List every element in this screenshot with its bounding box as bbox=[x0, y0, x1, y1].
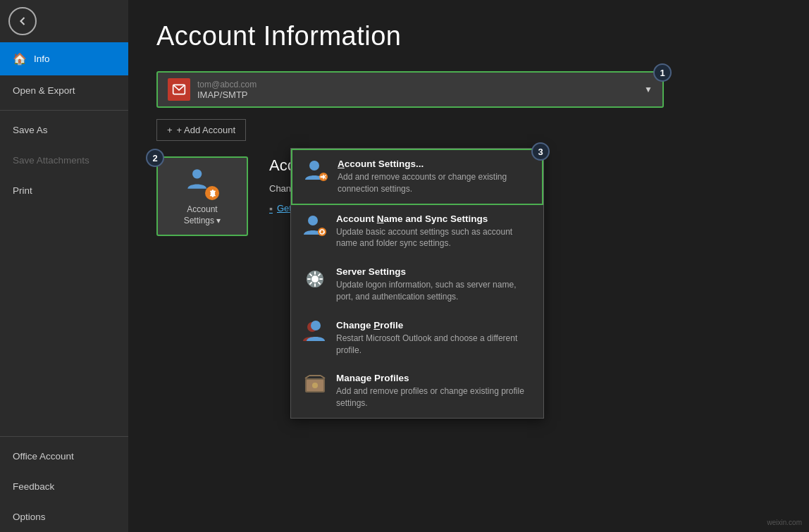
svg-line-13 bbox=[305, 376, 309, 378]
svg-point-6 bbox=[318, 228, 326, 236]
gear-settings-icon bbox=[302, 266, 328, 292]
divider-2 bbox=[0, 436, 128, 437]
account-details: tom@abcd.com IMAP/SMTP bbox=[197, 80, 257, 100]
account-type-icon bbox=[168, 78, 190, 101]
account-settings-dropdown: Account Settings... Add and remove accou… bbox=[290, 148, 544, 419]
account-settings-icon bbox=[185, 166, 219, 200]
sidebar-item-info[interactable]: 🏠 Info bbox=[0, 42, 128, 75]
badge-2: 2 bbox=[146, 149, 164, 167]
sidebar-item-open-export[interactable]: Open & Export bbox=[0, 75, 128, 106]
menu-desc-1: Add and remove accounts or change existi… bbox=[338, 171, 531, 195]
account-email: tom@abcd.com bbox=[197, 80, 257, 89]
person-gear-menu-icon bbox=[304, 159, 329, 184]
account-settings-menu-icon bbox=[304, 159, 329, 184]
account-settings-button[interactable]: Account Settings ▾ bbox=[156, 156, 248, 236]
menu-desc-3: Update logon information, such as server… bbox=[336, 279, 532, 303]
svg-point-16 bbox=[312, 383, 318, 388]
profiles-icon bbox=[302, 373, 328, 398]
svg-point-2 bbox=[309, 161, 319, 171]
main-content: Account Information tom@abcd.com IMAP/SM… bbox=[128, 0, 809, 532]
sidebar-item-save-attachments: Save Attachments bbox=[0, 145, 128, 175]
badge-3: 3 bbox=[531, 142, 550, 161]
sidebar-item-print[interactable]: Print bbox=[0, 175, 128, 206]
sidebar-item-office-account[interactable]: Office Account bbox=[0, 441, 128, 471]
server-settings-text: Server Settings Update logon information… bbox=[336, 266, 532, 303]
divider-1 bbox=[0, 110, 128, 111]
page-title: Account Information bbox=[156, 21, 781, 51]
dropdown-item-account-settings[interactable]: Account Settings... Add and remove accou… bbox=[291, 149, 543, 205]
gear-icon bbox=[205, 186, 219, 200]
add-account-button[interactable]: + + Add Account bbox=[156, 119, 246, 141]
dropdown-item-server-settings[interactable]: Server Settings Update logon information… bbox=[291, 258, 543, 311]
menu-title-5: Manage Profiles bbox=[336, 373, 532, 383]
account-selector-row: tom@abcd.com IMAP/SMTP ▼ 1 bbox=[156, 71, 781, 108]
menu-desc-4: Restart Microsoft Outlook and choose a d… bbox=[336, 333, 532, 357]
account-type: IMAP/SMTP bbox=[197, 89, 257, 100]
sidebar-item-options[interactable]: Options bbox=[0, 502, 128, 532]
person-sync-icon bbox=[302, 214, 328, 239]
account-settings-btn-wrapper: Account Settings ▾ 2 bbox=[156, 156, 248, 236]
manage-profiles-text: Manage Profiles Add and remove profiles … bbox=[336, 373, 532, 409]
watermark: weixin.com bbox=[767, 519, 802, 526]
svg-point-10 bbox=[311, 321, 321, 330]
gear-svg bbox=[208, 189, 217, 198]
menu-title-1: A bbox=[338, 159, 345, 169]
change-profile-icon bbox=[302, 320, 328, 345]
home-icon: 🏠 bbox=[13, 52, 27, 66]
svg-point-4 bbox=[322, 175, 325, 178]
sidebar-item-save-as[interactable]: Save As bbox=[0, 115, 128, 145]
sidebar-item-feedback[interactable]: Feedback bbox=[0, 471, 128, 502]
account-name-sync-text: Account Name and Sync Settings Update ba… bbox=[336, 214, 532, 250]
dropdown-item-change-profile[interactable]: Change Profile Restart Microsoft Outlook… bbox=[291, 311, 543, 365]
manage-profiles-icon bbox=[302, 373, 328, 398]
account-name-sync-icon bbox=[302, 214, 328, 239]
account-selector-container: tom@abcd.com IMAP/SMTP ▼ 1 bbox=[156, 71, 664, 108]
back-button[interactable] bbox=[8, 7, 37, 35]
menu-desc-5: Add and remove profiles or change existi… bbox=[336, 385, 532, 409]
dropdown-item-manage-profiles[interactable]: Manage Profiles Add and remove profiles … bbox=[291, 364, 543, 418]
profile-icon bbox=[302, 320, 328, 345]
account-selector[interactable]: tom@abcd.com IMAP/SMTP ▼ bbox=[156, 71, 664, 108]
account-settings-menu-text: Account Settings... Add and remove accou… bbox=[338, 159, 531, 195]
account-settings-button-label: Account Settings ▾ bbox=[184, 204, 221, 226]
sidebar: 🏠 Info Open & Export Save As Save Attach… bbox=[0, 0, 128, 532]
change-profile-text: Change Profile Restart Microsoft Outlook… bbox=[336, 320, 532, 357]
menu-desc-2: Update basic account settings such as ac… bbox=[336, 226, 532, 250]
menu-title-3: Server Settings bbox=[336, 266, 532, 277]
plus-icon: + bbox=[167, 125, 173, 135]
server-settings-icon bbox=[302, 266, 328, 292]
sidebar-bottom: Office Account Feedback Options bbox=[0, 432, 128, 532]
account-dropdown-arrow: ▼ bbox=[644, 85, 653, 94]
svg-line-14 bbox=[321, 376, 325, 378]
svg-point-5 bbox=[308, 216, 318, 225]
svg-point-1 bbox=[192, 169, 202, 178]
svg-point-8 bbox=[311, 276, 319, 283]
dropdown-item-account-name-sync[interactable]: Account Name and Sync Settings Update ba… bbox=[291, 205, 543, 259]
badge-1: 1 bbox=[653, 63, 672, 82]
